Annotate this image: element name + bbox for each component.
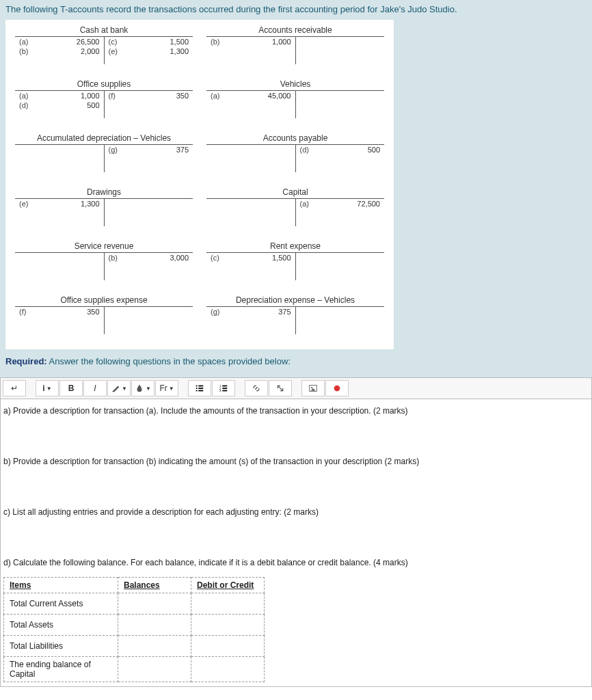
t-account-dep-exp-vehicles: Depreciation expense – Vehicles (g)375 bbox=[206, 295, 384, 334]
table-row: Total Liabilities bbox=[4, 636, 265, 657]
svg-rect-5 bbox=[198, 390, 203, 392]
table-row: Total Current Assets bbox=[4, 593, 265, 615]
t-account-accum-dep-vehicles: Accumulated depreciation – Vehicles (g)3… bbox=[15, 133, 193, 172]
dc-cell[interactable] bbox=[191, 593, 265, 615]
dc-cell[interactable] bbox=[191, 657, 265, 682]
link-button[interactable] bbox=[245, 380, 268, 396]
ul-icon bbox=[195, 383, 204, 393]
svg-rect-7 bbox=[222, 386, 227, 387]
image-icon bbox=[308, 383, 318, 393]
question-a: a) Provide a description for transaction… bbox=[3, 406, 589, 416]
t-account-cash-at-bank: Cash at bank (a)26,500 (b)2,000 (c)1,500… bbox=[15, 25, 193, 64]
ordered-list-button[interactable]: 123 bbox=[212, 380, 235, 396]
svg-rect-11 bbox=[222, 390, 227, 392]
balance-cell[interactable] bbox=[118, 636, 191, 657]
svg-point-0 bbox=[196, 385, 198, 386]
unlink-icon bbox=[275, 383, 285, 393]
editor-body[interactable]: a) Provide a description for transaction… bbox=[1, 399, 591, 686]
balance-cell[interactable] bbox=[118, 657, 191, 682]
dc-cell[interactable] bbox=[191, 615, 265, 636]
table-row: The ending balance of Capital bbox=[4, 657, 265, 682]
editor-toolbar: ↵ i▼ B I ▼ ▼ Fr▼ 123 bbox=[1, 378, 591, 399]
record-icon bbox=[332, 383, 342, 393]
rich-text-editor: ↵ i▼ B I ▼ ▼ Fr▼ 123 bbox=[0, 377, 592, 687]
record-button[interactable] bbox=[325, 380, 349, 396]
svg-rect-3 bbox=[198, 388, 203, 389]
intro-text: The following T-accounts record the tran… bbox=[5, 4, 587, 14]
unlink-button[interactable] bbox=[269, 380, 292, 396]
pencil-icon bbox=[111, 383, 120, 393]
question-c: c) List all adjusting entries and provid… bbox=[3, 507, 589, 517]
table-row: Total Assets bbox=[4, 615, 265, 636]
balance-table: Items Balances Debit or Credit Total Cur… bbox=[3, 577, 265, 682]
col-items: Items bbox=[4, 578, 118, 593]
svg-point-14 bbox=[334, 386, 340, 392]
svg-rect-9 bbox=[222, 388, 227, 389]
required-label: Required: bbox=[5, 356, 47, 366]
svg-text:3: 3 bbox=[219, 389, 221, 392]
t-account-capital: Capital (a)72,500 bbox=[206, 187, 384, 226]
t-account-drawings: Drawings (e)1,300 bbox=[15, 187, 193, 226]
text-color-button[interactable]: ▼ bbox=[107, 380, 131, 396]
col-debit-credit: Debit or Credit bbox=[191, 578, 265, 593]
instructions-container: The following T-accounts record the tran… bbox=[0, 0, 592, 377]
italic-button[interactable]: I bbox=[83, 380, 107, 396]
info-button[interactable]: i▼ bbox=[36, 380, 59, 396]
highlight-color-button[interactable]: ▼ bbox=[131, 380, 154, 396]
image-button[interactable] bbox=[301, 380, 325, 396]
t-account-accounts-payable: Accounts payable (d)500 bbox=[206, 133, 384, 172]
ol-icon: 123 bbox=[219, 383, 228, 393]
svg-point-2 bbox=[196, 388, 198, 389]
link-icon bbox=[252, 383, 261, 393]
t-account-vehicles: Vehicles (a)45,000 bbox=[206, 79, 384, 118]
svg-rect-1 bbox=[198, 386, 203, 387]
svg-point-13 bbox=[311, 387, 312, 388]
t-account-rent-expense: Rent expense (c)1,500 bbox=[206, 241, 384, 280]
bold-button[interactable]: B bbox=[59, 380, 83, 396]
unordered-list-button[interactable] bbox=[188, 380, 211, 396]
t-account-office-supplies-expense: Office supplies expense (f)350 bbox=[15, 295, 193, 334]
svg-point-4 bbox=[196, 390, 198, 391]
required-text: Answer the following questions in the sp… bbox=[49, 356, 291, 366]
required-line: Required: Answer the following questions… bbox=[5, 356, 587, 366]
balance-cell[interactable] bbox=[118, 615, 191, 636]
col-balances: Balances bbox=[118, 578, 191, 593]
question-d: d) Calculate the following balance. For … bbox=[3, 558, 589, 567]
t-accounts-area: Cash at bank (a)26,500 (b)2,000 (c)1,500… bbox=[5, 20, 394, 349]
paragraph-direction-button[interactable]: ↵ bbox=[3, 380, 26, 396]
t-account-accounts-receivable: Accounts receivable (b)1,000 bbox=[206, 25, 384, 64]
t-account-service-revenue: Service revenue (b)3,000 bbox=[15, 241, 193, 280]
t-account-office-supplies: Office supplies (a)1,000 (d)500 (f)350 bbox=[15, 79, 193, 118]
font-button[interactable]: Fr▼ bbox=[155, 380, 178, 396]
dc-cell[interactable] bbox=[191, 636, 265, 657]
balance-cell[interactable] bbox=[118, 593, 191, 615]
question-b: b) Provide a description for transaction… bbox=[3, 457, 589, 466]
droplet-icon bbox=[135, 383, 144, 393]
